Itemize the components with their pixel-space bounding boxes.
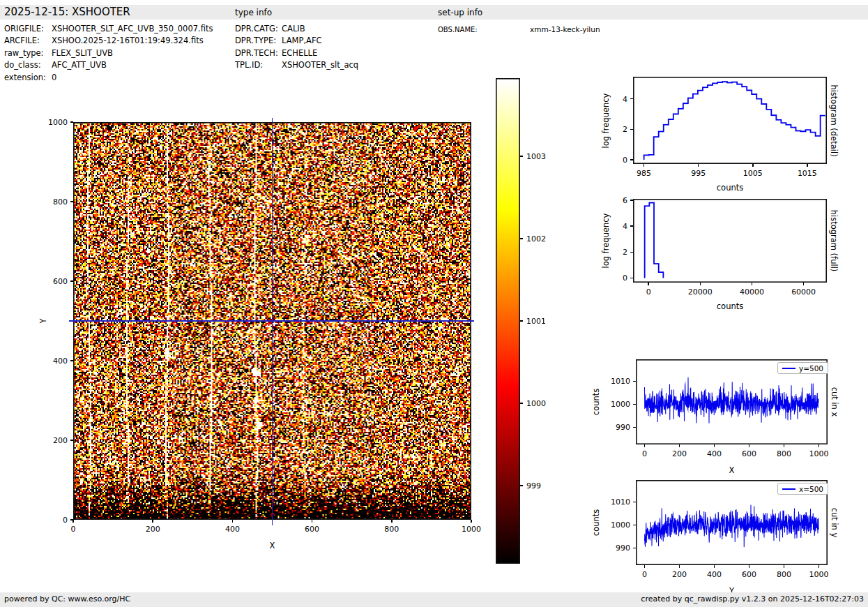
cut_y-ytick-label: 990 — [616, 544, 630, 553]
colorbar-tick-label: 1000 — [526, 398, 546, 407]
header-bar: 2025-12-15: XSHOOTER type info set-up in… — [0, 5, 868, 20]
main-image-ytick — [70, 360, 73, 361]
hist_full-yaxis-label: log frequency — [601, 213, 611, 269]
cut_y-legend-line — [782, 488, 795, 490]
cut_x-xtick — [679, 444, 680, 447]
colorbar-tick-label: 1003 — [526, 152, 546, 161]
hist_detail-ytick — [630, 129, 633, 130]
file-info-value: AFC_ATT_UVB — [52, 60, 107, 70]
cut_y-ytick-label: 1000 — [611, 520, 630, 530]
cut_x-legend: y=500 — [777, 362, 828, 374]
cut_y-xtick-label: 800 — [777, 570, 791, 579]
hist_detail-yaxis-label: log frequency — [601, 93, 611, 148]
cut_x-xtick-label: 400 — [707, 449, 722, 458]
cut_x-ytick — [633, 404, 636, 405]
cut_y-xtick — [784, 565, 785, 568]
main-image-ytick — [70, 280, 73, 282]
main-image-ytick-label: 400 — [53, 357, 68, 366]
main-image-yaxis-label: Y — [38, 318, 48, 323]
hist_detail-ytick-label: 4 — [623, 94, 627, 103]
hist_detail-xtick — [644, 164, 645, 167]
main-image-xtick — [152, 520, 153, 523]
hist_full-xtick — [700, 283, 701, 285]
cut_x-xtick — [749, 444, 750, 447]
hist_detail-xtick-label: 1015 — [798, 169, 817, 178]
type-info-value: LAMP,AFC — [282, 36, 322, 45]
main-image-xtick-label: 400 — [225, 525, 240, 534]
cut_x-xtick — [644, 444, 646, 447]
cut_x-legend-label: y=500 — [799, 364, 823, 373]
file-info-value: XSHOOTER_SLT_AFC_UVB_350_0007.fits — [52, 24, 213, 33]
main-image-ytick — [70, 519, 73, 520]
main-image-xaxis-label: X — [270, 541, 275, 550]
setup-info-value: xmm-13-keck-yilun — [530, 25, 600, 33]
cut_y-xtick — [749, 565, 750, 568]
type-info-heading: type info — [235, 8, 272, 17]
main-image-xtick-label: 600 — [305, 525, 319, 534]
hist_detail-ytick-label: 0 — [623, 155, 627, 164]
hist_full-side-label: histogram (full) — [829, 210, 839, 272]
hist_full-xtick — [803, 283, 805, 285]
setup-info-row: OBS.NAME:xmm-13-keck-yilun — [438, 24, 600, 34]
crosshair-horizontal-line — [69, 320, 474, 322]
hist_detail-ytick — [630, 98, 633, 100]
hist_full-ytick — [630, 278, 633, 279]
hist_full-xtick — [648, 283, 649, 285]
file-info-label: do_class: — [4, 60, 52, 70]
cut_x-xaxis-label: X — [729, 465, 735, 475]
main-image-ytick-label: 600 — [53, 277, 68, 286]
qc-report-page: 2025-12-15: XSHOOTER type info set-up in… — [0, 0, 868, 607]
colorbar-tick — [520, 156, 523, 157]
hist_detail-canvas — [633, 77, 827, 164]
file-info-value: XSHOO.2025-12-16T01:19:49.324.fits — [52, 36, 204, 45]
hist_full-ytick — [630, 200, 633, 201]
cut_y-legend-label: x=500 — [799, 485, 823, 493]
cut_y-xtick-label: 600 — [742, 570, 756, 579]
cut_x-ytick-label: 990 — [616, 423, 630, 432]
cut_y-ytick — [633, 548, 636, 549]
type-info-label: TPL.ID: — [235, 60, 282, 70]
hist_full-xaxis-label: counts — [717, 301, 743, 311]
footer-powered-by: powered by QC: www.eso.org/HC — [4, 594, 130, 604]
file-info-label: extension: — [4, 73, 52, 82]
type-info-row: DPR.CATG:CALIB — [235, 24, 305, 33]
hist_full-xtick-label: 60000 — [791, 287, 816, 297]
type-info-value: CALIB — [282, 24, 305, 33]
main-image-ytick-label: 0 — [63, 516, 68, 525]
main-image-ytick-label: 200 — [53, 436, 68, 445]
type-info-label: DPR.TYPE: — [235, 36, 282, 45]
main-image-xtick-label: 0 — [71, 525, 76, 534]
hist_full-ytick-label: 0 — [623, 273, 627, 283]
cut_x-ytick — [633, 381, 636, 382]
hist_detail-side-label: histogram (detail) — [829, 84, 839, 156]
file-info-row: do_class:AFC_ATT_UVB — [4, 60, 107, 70]
colorbar-tick — [520, 238, 523, 239]
hist_full-xtick-label: 20000 — [688, 287, 713, 297]
hist_full-xtick — [752, 283, 753, 285]
main-image-xtick — [471, 520, 472, 523]
hist_detail-ytick — [630, 159, 633, 160]
cut_y-xtick — [644, 565, 646, 568]
type-info-label: DPR.CATG: — [235, 24, 282, 33]
crosshair-vertical-line — [272, 118, 273, 525]
hist_full-xtick-label: 40000 — [740, 287, 764, 297]
hist_detail-xaxis-label: counts — [717, 183, 743, 193]
hist_full-ytick-label: 2 — [623, 248, 627, 257]
main-image-xtick — [391, 520, 393, 523]
page-title: 2025-12-15: XSHOOTER — [4, 6, 130, 18]
setup-info-label: OBS.NAME: — [438, 26, 530, 33]
main-image-ytick — [70, 440, 73, 441]
main-image-ytick-label: 1000 — [48, 118, 68, 127]
cut_y-ytick-label: 1010 — [611, 497, 630, 507]
cut_y-side-label: cut in y — [830, 508, 839, 538]
colorbar-tick-label: 999 — [526, 481, 541, 490]
cut_y-ytick — [633, 502, 636, 503]
file-info-label: ARCFILE: — [4, 36, 52, 45]
cut_y-xtick-label: 1000 — [809, 570, 829, 579]
hist_full-ytick — [630, 252, 633, 253]
cut_y-yaxis-label: counts — [591, 509, 601, 536]
type-info-value: XSHOOTER_slt_acq — [282, 60, 358, 70]
colorbar-tick — [520, 320, 523, 322]
cut_x-ytick-label: 1000 — [611, 400, 630, 409]
cut_x-legend-line — [782, 368, 795, 369]
